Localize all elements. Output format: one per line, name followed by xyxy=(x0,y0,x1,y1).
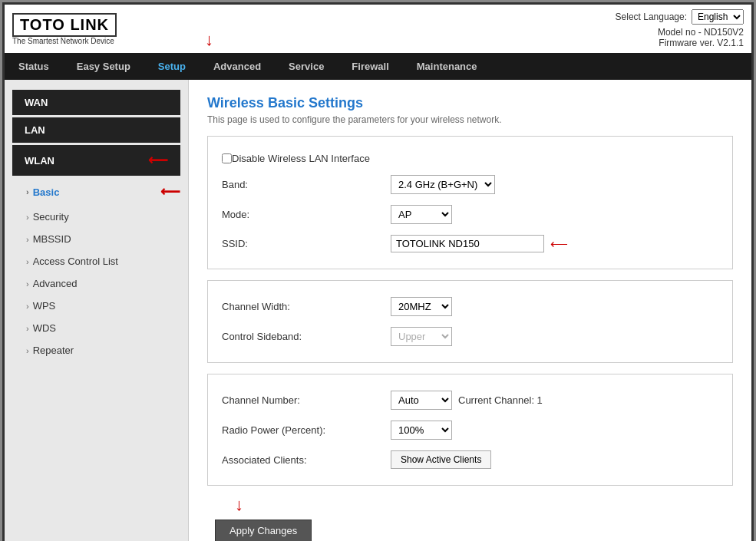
associated-clients-control: Show Active Clients xyxy=(391,450,491,469)
setup-arrow-indicator: ↓ xyxy=(205,31,213,48)
channel-width-row: Channel Width: 20MHZ 40MHZ xyxy=(222,292,718,322)
ssid-control: ⟵ xyxy=(391,235,568,252)
sidebar-btn-lan[interactable]: LAN xyxy=(12,117,180,143)
acl-arrow-icon: › xyxy=(26,257,29,266)
logo-area: TOTO LINK The Smartest Network Device xyxy=(12,13,117,45)
wds-arrow-icon: › xyxy=(26,324,29,333)
security-arrow-icon: › xyxy=(26,213,29,222)
mode-row: Mode: AP Client Bridge xyxy=(222,200,718,229)
control-sideband-control: Upper Lower xyxy=(391,327,452,346)
radio-power-select[interactable]: 100% 75% 50% 25% xyxy=(391,421,452,440)
logo-sub: The Smartest Network Device xyxy=(12,37,117,45)
mode-control: AP Client Bridge xyxy=(391,205,452,224)
radio-power-row: Radio Power (Percent): 100% 75% 50% 25% xyxy=(222,415,718,445)
apply-changes-button[interactable]: Apply Changes xyxy=(215,520,312,541)
channel-number-label: Channel Number: xyxy=(222,394,391,406)
firmware-version: Firmware ver. V2.1.1 xyxy=(616,38,744,48)
page-content: Wireless Basic Settings This page is use… xyxy=(189,80,751,541)
sidebar-item-basic[interactable]: › Basic ⟵ xyxy=(5,178,188,206)
basic-arrow-icon: › xyxy=(26,187,29,196)
advanced-arrow-icon: › xyxy=(26,279,29,289)
mode-select[interactable]: AP Client Bridge xyxy=(391,205,452,224)
page-title: Wireless Basic Settings xyxy=(207,95,733,111)
sidebar-item-repeater[interactable]: › Repeater xyxy=(5,339,188,361)
mode-label: Mode: xyxy=(222,209,391,220)
lang-dropdown[interactable]: English xyxy=(692,9,744,25)
radio-power-label: Radio Power (Percent): xyxy=(222,424,391,436)
associated-clients-row: Associated Clients: Show Active Clients xyxy=(222,445,718,474)
page-description: This page is used to configure the param… xyxy=(207,114,733,125)
repeater-arrow-icon: › xyxy=(26,346,29,355)
band-select[interactable]: 2.4 GHz (B+G+N) 2.4 GHz (B) 2.4 GHz (G) … xyxy=(391,175,495,194)
channel-width-select[interactable]: 20MHZ 40MHZ xyxy=(391,297,452,316)
channel-width-label: Channel Width: xyxy=(222,301,391,312)
lang-label: Select Language: xyxy=(616,12,687,22)
channel-number-row: Channel Number: Auto 1234 5678 91011 Cur… xyxy=(222,385,718,415)
radio-power-control: 100% 75% 50% 25% xyxy=(391,421,452,440)
wps-arrow-icon: › xyxy=(26,302,29,311)
header: TOTO LINK The Smartest Network Device Se… xyxy=(5,5,751,53)
current-channel-text: Current Channel: 1 xyxy=(458,394,543,406)
channel-width-control: 20MHZ 40MHZ xyxy=(391,297,452,316)
main-nav: Status Easy Setup Setup Advanced Service… xyxy=(5,53,751,80)
disable-wireless-label: Disable Wireless LAN Interface xyxy=(232,153,370,164)
model-number: Model no - ND150V2 xyxy=(616,27,744,38)
ssid-red-arrow: ⟵ xyxy=(550,236,568,251)
apply-section: ↓ Apply Changes xyxy=(207,496,733,541)
sidebar-item-wps[interactable]: › WPS xyxy=(5,295,188,317)
associated-clients-label: Associated Clients: xyxy=(222,454,391,466)
sidebar-btn-wan[interactable]: WAN xyxy=(12,90,180,115)
control-sideband-label: Control Sideband: xyxy=(222,331,391,342)
nav-easy-setup[interactable]: Easy Setup xyxy=(63,53,144,80)
nav-service[interactable]: Service xyxy=(275,53,338,80)
section-advanced-settings: Channel Number: Auto 1234 5678 91011 Cur… xyxy=(207,374,733,486)
section-channel: Channel Width: 20MHZ 40MHZ Control Sideb… xyxy=(207,280,733,363)
ssid-label: SSID: xyxy=(222,238,391,249)
nav-status[interactable]: Status xyxy=(5,53,63,80)
nav-advanced[interactable]: Advanced xyxy=(200,53,275,80)
main-content: WAN LAN WLAN ⟵ › Basic ⟵ › Security xyxy=(5,80,751,541)
disable-wireless-checkbox[interactable] xyxy=(222,153,232,163)
header-right: Select Language: English Model no - ND15… xyxy=(616,9,744,48)
sidebar-item-mbssid[interactable]: › MBSSID xyxy=(5,228,188,250)
show-active-clients-button[interactable]: Show Active Clients xyxy=(391,450,491,469)
sidebar-item-security[interactable]: › Security xyxy=(5,206,188,228)
logo-box: TOTO LINK xyxy=(12,13,117,37)
disable-wireless-row: Disable Wireless LAN Interface xyxy=(222,147,718,170)
control-sideband-select[interactable]: Upper Lower xyxy=(391,327,452,346)
nav-maintenance[interactable]: Maintenance xyxy=(403,53,491,80)
nav-firewall[interactable]: Firewall xyxy=(338,53,402,80)
logo-text: TOTO LINK xyxy=(20,16,109,33)
control-sideband-row: Control Sideband: Upper Lower xyxy=(222,322,718,351)
ssid-input[interactable] xyxy=(391,235,544,252)
channel-number-control: Auto 1234 5678 91011 Current Channel: 1 xyxy=(391,391,543,410)
section-basic: Disable Wireless LAN Interface Band: 2.4… xyxy=(207,136,733,269)
channel-number-select[interactable]: Auto 1234 5678 91011 xyxy=(391,391,452,410)
sidebar-item-wds[interactable]: › WDS xyxy=(5,317,188,339)
sidebar-btn-wlan[interactable]: WLAN ⟵ xyxy=(12,145,180,176)
ssid-row: SSID: ⟵ xyxy=(222,229,718,258)
sidebar: WAN LAN WLAN ⟵ › Basic ⟵ › Security xyxy=(5,80,189,541)
band-control: 2.4 GHz (B+G+N) 2.4 GHz (B) 2.4 GHz (G) … xyxy=(391,175,495,194)
band-label: Band: xyxy=(222,179,391,190)
apply-red-arrow: ↓ xyxy=(235,496,243,513)
nav-setup[interactable]: Setup xyxy=(144,53,200,80)
basic-red-arrow: ⟵ xyxy=(160,183,180,200)
language-selector[interactable]: Select Language: English xyxy=(616,9,744,25)
wlan-red-arrow: ⟵ xyxy=(148,152,168,169)
sidebar-item-advanced[interactable]: › Advanced xyxy=(5,272,188,295)
sidebar-item-acl[interactable]: › Access Control List xyxy=(5,250,188,272)
band-row: Band: 2.4 GHz (B+G+N) 2.4 GHz (B) 2.4 GH… xyxy=(222,170,718,200)
mbssid-arrow-icon: › xyxy=(26,235,29,244)
